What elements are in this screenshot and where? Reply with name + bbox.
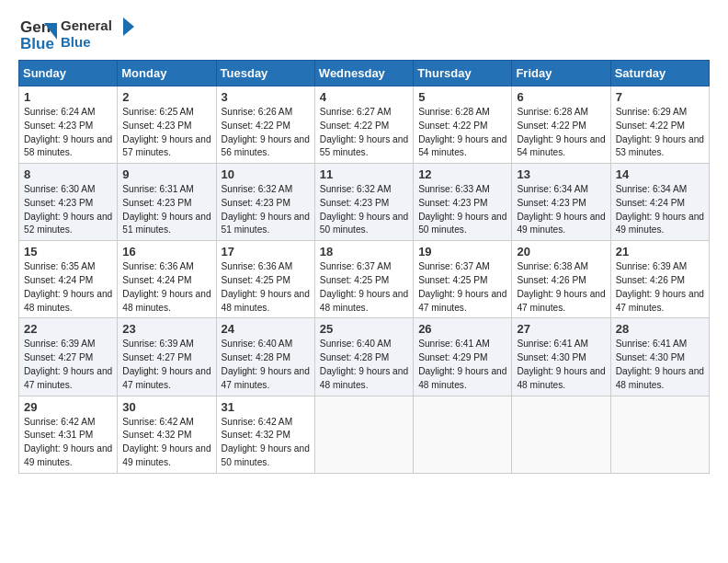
day-cell: 27Sunrise: 6:41 AMSunset: 4:30 PMDayligh… (512, 318, 610, 396)
sunset-text: Sunset: 4:30 PM (517, 351, 606, 365)
day-number: 8 (24, 167, 113, 181)
sunrise-text: Sunrise: 6:41 AM (418, 338, 507, 351)
day-info: Sunrise: 6:29 AMSunset: 4:22 PMDaylight:… (616, 106, 705, 160)
daylight-text: Daylight: 9 hours and 48 minutes. (616, 365, 705, 393)
sunset-text: Sunset: 4:22 PM (320, 120, 409, 133)
day-cell: 15Sunrise: 6:35 AMSunset: 4:24 PMDayligh… (19, 241, 118, 318)
week-row-3: 15Sunrise: 6:35 AMSunset: 4:24 PMDayligh… (19, 241, 710, 318)
week-row-2: 8Sunrise: 6:30 AMSunset: 4:23 PMDaylight… (19, 164, 710, 241)
day-info: Sunrise: 6:28 AMSunset: 4:22 PMDaylight:… (418, 106, 507, 160)
day-number: 28 (616, 322, 705, 336)
day-info: Sunrise: 6:40 AMSunset: 4:28 PMDaylight:… (320, 338, 409, 392)
day-cell: 3Sunrise: 6:26 AMSunset: 4:22 PMDaylight… (216, 86, 314, 164)
sunrise-text: Sunrise: 6:42 AM (122, 416, 211, 430)
day-number: 15 (24, 245, 113, 259)
day-info: Sunrise: 6:26 AMSunset: 4:22 PMDaylight:… (222, 106, 311, 160)
sunset-text: Sunset: 4:29 PM (418, 351, 507, 365)
sunrise-text: Sunrise: 6:36 AM (122, 260, 211, 274)
sunset-text: Sunset: 4:22 PM (616, 120, 705, 133)
sunrise-text: Sunrise: 6:28 AM (517, 106, 606, 120)
sunrise-text: Sunrise: 6:39 AM (616, 260, 705, 274)
logo: General Blue General Blue (18, 14, 134, 52)
sunrise-text: Sunrise: 6:29 AM (616, 106, 705, 120)
day-cell: 26Sunrise: 6:41 AMSunset: 4:29 PMDayligh… (414, 318, 512, 396)
day-info: Sunrise: 6:34 AMSunset: 4:24 PMDaylight:… (616, 183, 705, 237)
day-cell: 4Sunrise: 6:27 AMSunset: 4:22 PMDaylight… (314, 86, 413, 164)
sunrise-text: Sunrise: 6:38 AM (517, 260, 606, 274)
day-cell: 22Sunrise: 6:39 AMSunset: 4:27 PMDayligh… (19, 318, 118, 396)
daylight-text: Daylight: 9 hours and 54 minutes. (418, 133, 507, 161)
day-cell: 1Sunrise: 6:24 AMSunset: 4:23 PMDaylight… (19, 86, 118, 164)
day-cell: 14Sunrise: 6:34 AMSunset: 4:24 PMDayligh… (610, 164, 709, 241)
day-cell (512, 396, 610, 473)
day-number: 1 (24, 90, 113, 104)
sunset-text: Sunset: 4:30 PM (616, 351, 705, 365)
logo-text: General Blue (61, 14, 134, 52)
daylight-text: Daylight: 9 hours and 47 minutes. (517, 288, 606, 316)
daylight-text: Daylight: 9 hours and 47 minutes. (222, 365, 311, 393)
sunset-text: Sunset: 4:25 PM (222, 274, 311, 288)
day-cell: 12Sunrise: 6:33 AMSunset: 4:23 PMDayligh… (414, 164, 512, 241)
daylight-text: Daylight: 9 hours and 49 minutes. (517, 211, 606, 238)
day-number: 7 (616, 90, 705, 104)
sunset-text: Sunset: 4:22 PM (517, 120, 606, 133)
day-number: 29 (24, 400, 113, 414)
week-row-1: 1Sunrise: 6:24 AMSunset: 4:23 PMDaylight… (19, 86, 710, 164)
sunset-text: Sunset: 4:23 PM (517, 197, 606, 211)
daylight-text: Daylight: 9 hours and 51 minutes. (222, 211, 311, 238)
sunset-text: Sunset: 4:31 PM (24, 429, 113, 442)
day-info: Sunrise: 6:42 AMSunset: 4:32 PMDaylight:… (122, 416, 211, 470)
day-cell: 10Sunrise: 6:32 AMSunset: 4:23 PMDayligh… (216, 164, 314, 241)
svg-text:Blue: Blue (61, 34, 91, 50)
day-number: 23 (122, 322, 211, 336)
sunrise-text: Sunrise: 6:42 AM (222, 416, 311, 430)
day-cell: 9Sunrise: 6:31 AMSunset: 4:23 PMDaylight… (118, 164, 216, 241)
sunset-text: Sunset: 4:23 PM (222, 197, 311, 211)
day-cell: 28Sunrise: 6:41 AMSunset: 4:30 PMDayligh… (610, 318, 709, 396)
day-info: Sunrise: 6:37 AMSunset: 4:25 PMDaylight:… (320, 260, 409, 315)
day-number: 25 (320, 322, 409, 336)
header: General Blue General Blue (18, 14, 710, 52)
day-cell: 30Sunrise: 6:42 AMSunset: 4:32 PMDayligh… (118, 396, 216, 473)
day-number: 13 (517, 167, 606, 181)
sunrise-text: Sunrise: 6:32 AM (320, 183, 409, 197)
day-number: 6 (517, 90, 606, 104)
day-number: 27 (517, 322, 606, 336)
daylight-text: Daylight: 9 hours and 49 minutes. (122, 442, 211, 470)
day-info: Sunrise: 6:41 AMSunset: 4:30 PMDaylight:… (517, 338, 606, 392)
sunrise-text: Sunrise: 6:26 AM (222, 106, 311, 120)
week-row-4: 22Sunrise: 6:39 AMSunset: 4:27 PMDayligh… (19, 318, 710, 396)
day-cell: 23Sunrise: 6:39 AMSunset: 4:27 PMDayligh… (118, 318, 216, 396)
day-info: Sunrise: 6:25 AMSunset: 4:23 PMDaylight:… (122, 106, 211, 160)
day-info: Sunrise: 6:39 AMSunset: 4:27 PMDaylight:… (122, 338, 211, 392)
sunset-text: Sunset: 4:23 PM (24, 120, 113, 133)
day-number: 20 (517, 245, 606, 259)
daylight-text: Daylight: 9 hours and 54 minutes. (517, 133, 606, 161)
sunrise-text: Sunrise: 6:41 AM (517, 338, 606, 351)
daylight-text: Daylight: 9 hours and 47 minutes. (24, 365, 113, 393)
sunset-text: Sunset: 4:25 PM (418, 274, 507, 288)
daylight-text: Daylight: 9 hours and 48 minutes. (320, 288, 409, 316)
day-cell (314, 396, 413, 473)
sunset-text: Sunset: 4:27 PM (24, 351, 113, 365)
weekday-header-saturday: Saturday (610, 61, 709, 86)
logo-svg: General Blue (61, 14, 134, 52)
day-number: 12 (418, 167, 507, 181)
day-cell: 17Sunrise: 6:36 AMSunset: 4:25 PMDayligh… (216, 241, 314, 318)
daylight-text: Daylight: 9 hours and 48 minutes. (418, 365, 507, 393)
daylight-text: Daylight: 9 hours and 47 minutes. (122, 365, 211, 393)
day-cell: 11Sunrise: 6:32 AMSunset: 4:23 PMDayligh… (314, 164, 413, 241)
sunset-text: Sunset: 4:32 PM (222, 429, 311, 442)
day-number: 31 (222, 400, 311, 414)
daylight-text: Daylight: 9 hours and 48 minutes. (122, 288, 211, 316)
day-info: Sunrise: 6:32 AMSunset: 4:23 PMDaylight:… (222, 183, 311, 237)
day-cell (610, 396, 709, 473)
svg-text:General: General (61, 17, 112, 33)
day-info: Sunrise: 6:42 AMSunset: 4:32 PMDaylight:… (222, 416, 311, 470)
day-number: 3 (222, 90, 311, 104)
sunrise-text: Sunrise: 6:28 AM (418, 106, 507, 120)
weekday-header-thursday: Thursday (414, 61, 512, 86)
day-number: 11 (320, 167, 409, 181)
day-number: 17 (222, 245, 311, 259)
daylight-text: Daylight: 9 hours and 52 minutes. (24, 211, 113, 238)
